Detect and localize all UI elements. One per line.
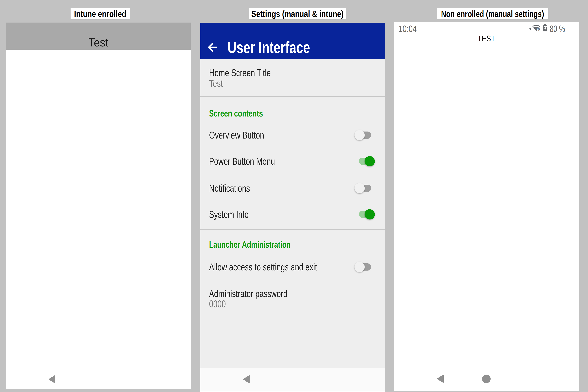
svg-text:6: 6: [538, 27, 540, 32]
